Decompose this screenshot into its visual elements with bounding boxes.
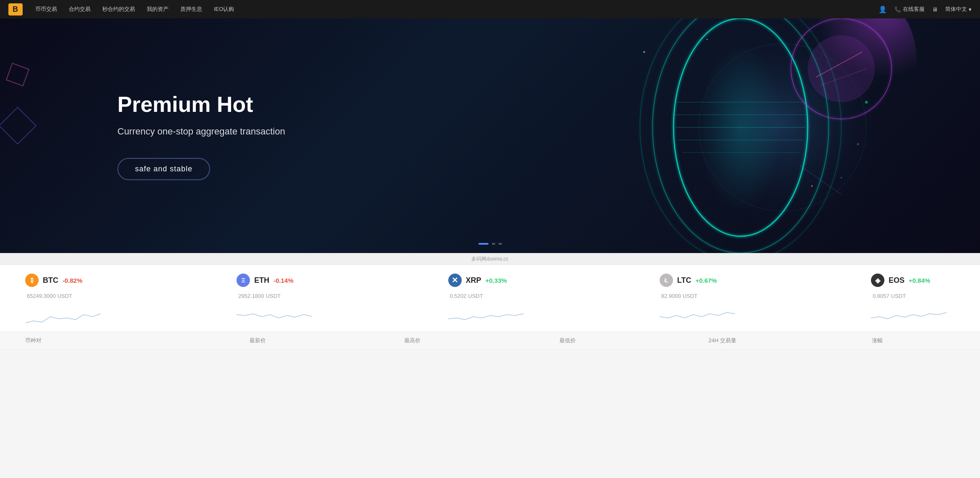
hero-title: Premium Hot bbox=[117, 91, 285, 117]
ticker-bar: ₿ BTC -0.82% 65249.3000USDT Ξ ETH -0.14%… bbox=[0, 265, 980, 332]
logo[interactable]: B bbox=[8, 3, 23, 16]
hero-subtitle: Currency one-stop aggregate transaction bbox=[117, 126, 285, 137]
nav-links: 币币交易 合约交易 秒合约的交易 我的资产 质押生息 IEO认购 bbox=[35, 5, 879, 13]
btc-change: -0.82% bbox=[62, 277, 83, 284]
eth-symbol: ETH bbox=[254, 276, 269, 285]
svg-point-16 bbox=[811, 185, 813, 187]
ticker-item-xrp: ✕ XRP +0.33% 0.5202USDT bbox=[448, 274, 532, 323]
hero-content: Premium Hot Currency one-stop aggregate … bbox=[117, 91, 285, 180]
xrp-icon: ✕ bbox=[448, 274, 462, 287]
eos-icon: ◈ bbox=[871, 274, 884, 287]
watermark-text: 多码网duoma.cc bbox=[471, 256, 508, 262]
ltc-price: 82.9000USDT bbox=[660, 289, 697, 300]
eth-chart bbox=[237, 302, 312, 323]
btc-symbol: BTC bbox=[43, 276, 58, 285]
ticker-item-ltc: Ł LTC +0.67% 82.9000USDT bbox=[660, 274, 743, 323]
nav-contract-trade[interactable]: 合约交易 bbox=[69, 5, 91, 13]
col-header-high-price: 最高价 bbox=[335, 337, 490, 344]
navbar-right: 👤 📞 在线客服 🖥 简体中文 ▾ bbox=[879, 5, 972, 13]
ltc-symbol: LTC bbox=[677, 276, 691, 285]
watermark: 多码网duoma.cc bbox=[0, 253, 980, 265]
ltc-unit: USDT bbox=[683, 293, 697, 299]
ltc-icon: Ł bbox=[660, 274, 673, 287]
col-header-change: 涨幅 bbox=[800, 337, 955, 344]
ltc-chart bbox=[660, 302, 735, 323]
btc-icon: ₿ bbox=[25, 274, 39, 287]
ticker-item-btc: ₿ BTC -0.82% 65249.3000USDT bbox=[25, 274, 109, 323]
hero-section: Premium Hot Currency one-stop aggregate … bbox=[0, 18, 980, 253]
btc-price: 65249.3000USDT bbox=[25, 289, 72, 300]
language-label: 简体中文 bbox=[945, 5, 967, 13]
monitor-icon[interactable]: 🖥 bbox=[932, 6, 938, 13]
language-selector[interactable]: 简体中文 ▾ bbox=[945, 5, 972, 13]
btc-chart bbox=[25, 302, 101, 323]
svg-point-15 bbox=[706, 39, 707, 40]
col-header-volume: 24H 交易量 bbox=[645, 337, 800, 344]
eos-unit: USDT bbox=[891, 293, 906, 299]
col-header-latest-price: 最新价 bbox=[180, 337, 335, 344]
eth-unit: USDT bbox=[266, 293, 281, 299]
xrp-change: +0.33% bbox=[486, 277, 507, 284]
chevron-down-icon: ▾ bbox=[969, 6, 972, 13]
service-icon: 📞 bbox=[894, 6, 901, 13]
btc-unit: USDT bbox=[57, 293, 72, 299]
nav-my-assets[interactable]: 我的资产 bbox=[147, 5, 169, 13]
xrp-price: 0.5202USDT bbox=[448, 289, 483, 300]
ticker-top-ltc: Ł LTC +0.67% bbox=[660, 274, 717, 287]
ltc-change: +0.67% bbox=[695, 277, 717, 284]
hero-cta-button[interactable]: safe and stable bbox=[117, 158, 210, 180]
eth-change: -0.14% bbox=[273, 277, 294, 284]
ticker-item-eth: Ξ ETH -0.14% 2952.1800USDT bbox=[237, 274, 320, 323]
nav-pledge[interactable]: 质押生息 bbox=[180, 5, 202, 13]
hero-dot-3[interactable] bbox=[499, 243, 502, 245]
eth-price: 2952.1800USDT bbox=[237, 289, 281, 300]
hero-svg bbox=[392, 18, 980, 253]
svg-point-17 bbox=[840, 177, 842, 178]
table-header: 币种对 最新价 最高价 最低价 24H 交易量 涨幅 bbox=[0, 332, 980, 350]
eos-change: +0.84% bbox=[909, 277, 930, 284]
hero-visual bbox=[392, 18, 980, 253]
hero-dot-1[interactable] bbox=[478, 243, 489, 245]
col-header-low-price: 最低价 bbox=[490, 337, 645, 344]
nav-second-contract[interactable]: 秒合约的交易 bbox=[102, 5, 135, 13]
eos-chart bbox=[871, 302, 946, 323]
service-label: 在线客服 bbox=[903, 5, 925, 13]
ticker-top-eth: Ξ ETH -0.14% bbox=[237, 274, 294, 287]
svg-point-14 bbox=[643, 51, 645, 53]
ticker-item-eos: ◈ EOS +0.84% 0.8057USDT bbox=[871, 274, 955, 323]
online-service[interactable]: 📞 在线客服 bbox=[894, 5, 925, 13]
xrp-chart bbox=[448, 302, 524, 323]
xrp-unit: USDT bbox=[468, 293, 483, 299]
user-icon[interactable]: 👤 bbox=[879, 5, 887, 13]
navbar: B 币币交易 合约交易 秒合约的交易 我的资产 质押生息 IEO认购 👤 📞 在… bbox=[0, 0, 980, 18]
eos-price: 0.8057USDT bbox=[871, 289, 906, 300]
col-header-pair: 币种对 bbox=[25, 337, 180, 344]
ticker-top-xrp: ✕ XRP +0.33% bbox=[448, 274, 507, 287]
eos-symbol: EOS bbox=[889, 276, 905, 285]
hero-dot-2[interactable] bbox=[492, 243, 495, 245]
hero-carousel-dots bbox=[478, 243, 502, 245]
hero-left-decoration bbox=[0, 18, 50, 253]
svg-point-13 bbox=[808, 35, 875, 102]
ticker-top-eos: ◈ EOS +0.84% bbox=[871, 274, 930, 287]
svg-point-19 bbox=[857, 143, 859, 145]
ticker-top-btc: ₿ BTC -0.82% bbox=[25, 274, 83, 287]
eth-icon: Ξ bbox=[237, 274, 250, 287]
xrp-symbol: XRP bbox=[466, 276, 481, 285]
nav-ieo[interactable]: IEO认购 bbox=[214, 5, 234, 13]
svg-point-18 bbox=[865, 101, 868, 103]
nav-coin-trade[interactable]: 币币交易 bbox=[35, 5, 57, 13]
